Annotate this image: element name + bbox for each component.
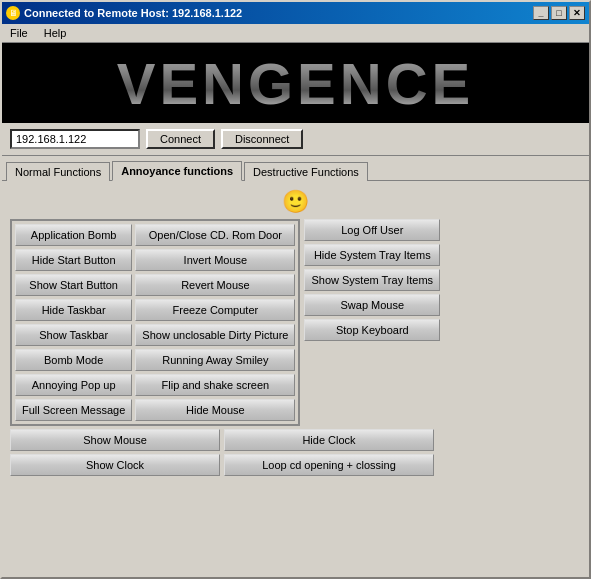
btn-stop-keyboard[interactable]: Stop Keyboard <box>304 319 440 341</box>
title-bar-left: 🖥 Connected to Remote Host: 192.168.1.12… <box>6 6 242 20</box>
right-column: Log Off User Hide System Tray Items Show… <box>304 219 440 426</box>
banner: VENGENCE <box>2 43 589 123</box>
tabs-row: Normal Functions Annoyance functions Des… <box>2 156 589 181</box>
maximize-button[interactable]: □ <box>551 6 567 20</box>
tab-normal[interactable]: Normal Functions <box>6 162 110 181</box>
tab-annoyance[interactable]: Annoyance functions <box>112 161 242 181</box>
btn-full-screen-message[interactable]: Full Screen Message <box>15 399 132 421</box>
btn-flip-shake[interactable]: Flip and shake screen <box>135 374 295 396</box>
btn-show-clock[interactable]: Show Clock <box>10 454 220 476</box>
button-area: Application Bomb Hide Start Button Show … <box>10 219 581 426</box>
mid-column: Open/Close CD. Rom Door Invert Mouse Rev… <box>135 224 295 421</box>
disconnect-button[interactable]: Disconnect <box>221 129 303 149</box>
btn-show-taskbar[interactable]: Show Taskbar <box>15 324 132 346</box>
btn-show-system-tray[interactable]: Show System Tray Items <box>304 269 440 291</box>
btn-bomb-mode[interactable]: Bomb Mode <box>15 349 132 371</box>
bordered-section: Application Bomb Hide Start Button Show … <box>10 219 300 426</box>
minimize-button[interactable]: _ <box>533 6 549 20</box>
bottom-left: Show Mouse Show Clock <box>10 429 220 476</box>
connection-row: Connect Disconnect <box>2 123 589 156</box>
menu-help[interactable]: Help <box>40 26 71 40</box>
tab-destructive[interactable]: Destructive Functions <box>244 162 368 181</box>
bottom-mid: Hide Clock Loop cd opening + clossing <box>224 429 434 476</box>
btn-hide-clock[interactable]: Hide Clock <box>224 429 434 451</box>
window-title: Connected to Remote Host: 192.168.1.122 <box>24 7 242 19</box>
ip-input[interactable] <box>10 129 140 149</box>
app-icon: 🖥 <box>6 6 20 20</box>
btn-swap-mouse[interactable]: Swap Mouse <box>304 294 440 316</box>
btn-freeze-computer[interactable]: Freeze Computer <box>135 299 295 321</box>
main-content: 🙂 Application Bomb Hide Start Button Sho… <box>2 181 589 482</box>
banner-text: VENGENCE <box>117 50 475 117</box>
btn-show-start-button[interactable]: Show Start Button <box>15 274 132 296</box>
title-bar: 🖥 Connected to Remote Host: 192.168.1.12… <box>2 2 589 24</box>
btn-show-unclosable[interactable]: Show unclosable Dirty Picture <box>135 324 295 346</box>
btn-annoying-popup[interactable]: Annoying Pop up <box>15 374 132 396</box>
btn-log-off-user[interactable]: Log Off User <box>304 219 440 241</box>
btn-hide-mouse[interactable]: Hide Mouse <box>135 399 295 421</box>
menu-file[interactable]: File <box>6 26 32 40</box>
btn-hide-taskbar[interactable]: Hide Taskbar <box>15 299 132 321</box>
btn-hide-start-button[interactable]: Hide Start Button <box>15 249 132 271</box>
btn-revert-mouse[interactable]: Revert Mouse <box>135 274 295 296</box>
btn-invert-mouse[interactable]: Invert Mouse <box>135 249 295 271</box>
menu-bar: File Help <box>2 24 589 43</box>
window-controls: _ □ ✕ <box>533 6 585 20</box>
left-column: Application Bomb Hide Start Button Show … <box>15 224 132 421</box>
smiley-row: 🙂 <box>10 187 581 217</box>
btn-open-close-cd[interactable]: Open/Close CD. Rom Door <box>135 224 295 246</box>
main-window: 🖥 Connected to Remote Host: 192.168.1.12… <box>0 0 591 579</box>
smiley-icon: 🙂 <box>282 191 309 213</box>
btn-running-away-smiley[interactable]: Running Away Smiley <box>135 349 295 371</box>
btn-show-mouse[interactable]: Show Mouse <box>10 429 220 451</box>
btn-loop-cd[interactable]: Loop cd opening + clossing <box>224 454 434 476</box>
bottom-row: Show Mouse Show Clock Hide Clock Loop cd… <box>10 429 581 476</box>
connect-button[interactable]: Connect <box>146 129 215 149</box>
btn-hide-system-tray[interactable]: Hide System Tray Items <box>304 244 440 266</box>
close-button[interactable]: ✕ <box>569 6 585 20</box>
btn-application-bomb[interactable]: Application Bomb <box>15 224 132 246</box>
